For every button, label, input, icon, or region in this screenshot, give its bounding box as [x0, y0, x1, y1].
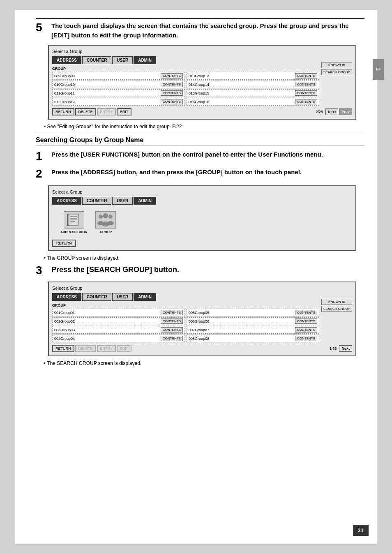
panel3-bottom: RETURN DELETE ENTRY EDIT 1/25 Next: [52, 345, 352, 352]
step5-number: 5: [36, 21, 47, 34]
panel1-side-buttons: KNOWN ID SEARCH GROUP: [321, 62, 352, 75]
tab-address-2[interactable]: ADDRESS: [52, 197, 81, 205]
svg-point-11: [107, 221, 114, 225]
icon-area: ADDRESS BOOK GROUP: [60, 211, 352, 234]
step1-text: Press the [USER FUNCTIONS] button on the…: [51, 150, 323, 159]
tab-address-1[interactable]: ADDRESS: [52, 56, 81, 64]
svg-point-7: [103, 213, 108, 218]
group-row[interactable]: 016Group16 CONTENTS: [187, 98, 319, 106]
edit-button-3[interactable]: EDIT: [117, 345, 132, 352]
tab-counter-2[interactable]: COUNTER: [82, 197, 111, 205]
address-book-label: ADDRESS BOOK: [60, 230, 87, 234]
contents-btn[interactable]: CONTENTS: [161, 310, 183, 315]
tab-user-1[interactable]: USER: [112, 56, 133, 64]
contents-btn[interactable]: CONTENTS: [161, 336, 183, 341]
svg-point-6: [99, 215, 103, 219]
group-row[interactable]: 010Group10 CONTENTS: [52, 81, 185, 88]
contents-btn[interactable]: CONTENTS: [161, 99, 183, 104]
contents-btn[interactable]: CONTENTS: [295, 319, 317, 324]
group-row[interactable]: 014Group14 CONTENTS: [187, 81, 319, 88]
panel1: Select a Group ADDRESS COUNTER USER ADMI…: [48, 45, 356, 120]
step3-number: 3: [36, 264, 47, 277]
group-row[interactable]: 015Group15 CONTENTS: [187, 89, 319, 97]
section-heading: Searching Groups by Group Name: [36, 136, 364, 144]
group-row[interactable]: 013Group13 CONTENTS: [187, 72, 319, 80]
panel1-bottom: RETURN DELETE ENTRY EDIT 2/25 Next Prev: [52, 108, 352, 115]
step3-block: 3 Press the [SEARCH GROUP] button.: [36, 264, 364, 277]
step5-text: The touch panel displays the screen that…: [51, 21, 364, 40]
step5-block: 5 The touch panel displays the screen th…: [36, 21, 364, 40]
contents-btn[interactable]: CONTENTS: [161, 319, 183, 324]
contents-btn[interactable]: CONTENTS: [161, 90, 183, 96]
panel2: Select a Group ADDRESS COUNTER USER ADMI…: [48, 185, 356, 251]
delete-button-3[interactable]: DELETE: [75, 345, 96, 352]
search-group-button-1[interactable]: SEARCH GROUP: [321, 69, 352, 75]
search-group-button-3[interactable]: SEARCH GROUP: [321, 306, 352, 312]
chapter-tab: 1: [373, 59, 384, 80]
group-row[interactable]: 009Group09 CONTENTS: [52, 72, 185, 80]
address-book-icon-item[interactable]: ADDRESS BOOK: [60, 211, 87, 234]
contents-btn[interactable]: CONTENTS: [161, 327, 183, 332]
group-row[interactable]: 008Group08 CONTENTS: [187, 335, 319, 342]
contents-btn[interactable]: CONTENTS: [295, 99, 317, 104]
group-row[interactable]: 005Group05 CONTENTS: [187, 309, 319, 316]
panel2-tabs: ADDRESS COUNTER USER ADMIN: [52, 197, 352, 205]
step3-note: • The SEARCH GROUP screen is displayed.: [44, 360, 364, 366]
delete-button-1[interactable]: DELETE: [75, 108, 96, 115]
svg-point-8: [108, 215, 113, 219]
entry-button-1[interactable]: ENTRY: [97, 108, 116, 115]
group-icon-item[interactable]: GROUP: [95, 211, 116, 234]
group-row[interactable]: 006Group06 CONTENTS: [187, 317, 319, 325]
panel1-title: Select a Group: [52, 49, 352, 54]
tab-admin-1[interactable]: ADMIN: [134, 56, 156, 64]
contents-btn[interactable]: CONTENTS: [161, 82, 183, 87]
tab-counter-3[interactable]: COUNTER: [82, 293, 111, 301]
pagination-1: 2/25: [316, 110, 323, 114]
known-id-button-1[interactable]: KNOWN ID: [321, 62, 352, 68]
tab-admin-2[interactable]: ADMIN: [134, 197, 156, 205]
panel2-title: Select a Group: [52, 189, 352, 194]
entry-button-3[interactable]: ENTRY: [97, 345, 116, 352]
group-row[interactable]: 003Group03 CONTENTS: [52, 326, 185, 334]
step2-number: 2: [36, 168, 47, 180]
step5-note: • See "Editing Groups" for the instructi…: [44, 124, 364, 129]
known-id-button-3[interactable]: KNOWN ID: [321, 299, 352, 305]
tab-user-2[interactable]: USER: [112, 197, 133, 205]
panel3-side-buttons: KNOWN ID SEARCH GROUP: [321, 299, 352, 312]
group-row[interactable]: 001Group01 CONTENTS: [52, 309, 185, 316]
panel2-note: • The GROUP screen is displayed.: [44, 255, 364, 261]
contents-btn[interactable]: CONTENTS: [295, 327, 317, 332]
tab-address-3[interactable]: ADDRESS: [52, 293, 81, 301]
edit-button-1[interactable]: EDIT: [117, 108, 132, 115]
group-row[interactable]: 012Group12 CONTENTS: [52, 98, 185, 106]
panel1-group-label: GROUP: [52, 67, 352, 71]
return-button-2[interactable]: RETURN: [52, 240, 76, 247]
panel3-tabs: ADDRESS COUNTER USER ADMIN: [52, 293, 352, 301]
next-button-1[interactable]: Next: [325, 108, 339, 115]
contents-btn[interactable]: CONTENTS: [161, 73, 183, 78]
tab-user-3[interactable]: USER: [112, 293, 133, 301]
return-button-1[interactable]: RETURN: [52, 108, 74, 115]
step3-text: Press the [SEARCH GROUP] button.: [51, 264, 179, 275]
group-row[interactable]: 004Group04 CONTENTS: [52, 335, 185, 342]
group-label: GROUP: [100, 230, 112, 234]
step2-text: Press the [ADDRESS] button, and then pre…: [51, 168, 302, 177]
group-row[interactable]: 011Group11 CONTENTS: [52, 89, 185, 97]
contents-btn[interactable]: CONTENTS: [295, 82, 317, 87]
return-button-3[interactable]: RETURN: [52, 345, 74, 352]
prev-button-1[interactable]: Prev: [339, 108, 352, 115]
page-number: 31: [353, 525, 369, 536]
contents-btn[interactable]: CONTENTS: [295, 336, 317, 341]
contents-btn[interactable]: CONTENTS: [295, 310, 317, 315]
tab-counter-1[interactable]: COUNTER: [82, 56, 111, 64]
pagination-3: 1/25: [330, 346, 337, 351]
group-row[interactable]: 007Group07 CONTENTS: [187, 326, 319, 334]
tab-admin-3[interactable]: ADMIN: [134, 293, 156, 301]
contents-btn[interactable]: CONTENTS: [295, 73, 317, 78]
next-button-3[interactable]: Next: [339, 345, 352, 352]
panel3-title: Select a Group: [52, 286, 352, 291]
contents-btn[interactable]: CONTENTS: [295, 90, 317, 96]
group-row[interactable]: 002Group02 CONTENTS: [52, 317, 185, 325]
address-book-icon: [64, 211, 84, 229]
step2-block: 2 Press the [ADDRESS] button, and then p…: [36, 168, 364, 180]
